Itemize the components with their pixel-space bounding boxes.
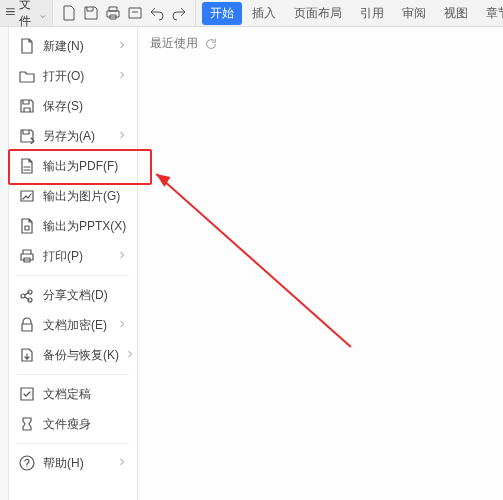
menu-item[interactable]: 保存(S) [9, 91, 137, 121]
svg-marker-1 [156, 174, 170, 187]
export-pdf-icon [19, 158, 35, 174]
finalize-icon [19, 386, 35, 402]
menu-item-label: 备份与恢复(K) [43, 347, 119, 364]
chevron-right-icon [119, 69, 127, 83]
menu-separator [17, 443, 129, 444]
export-img-icon [19, 188, 35, 204]
menu-item-label: 另存为(A) [43, 128, 111, 145]
ribbon-tab[interactable]: 页面布局 [286, 2, 350, 25]
file-menu-button[interactable]: 文件 [0, 0, 53, 26]
menu-item[interactable]: 输出为图片(G) [9, 181, 137, 211]
menu-item[interactable]: 分享文档(D) [9, 280, 137, 310]
menu-item[interactable]: 帮助(H) [9, 448, 137, 478]
menu-item-label: 打开(O) [43, 68, 111, 85]
chevron-right-icon [119, 456, 127, 470]
ribbon-tab[interactable]: 视图 [436, 2, 476, 25]
menu-item[interactable]: 文档定稿 [9, 379, 137, 409]
menu-item-label: 分享文档(D) [43, 287, 127, 304]
menu-item-label: 文件瘦身 [43, 416, 127, 433]
qa-save-icon[interactable] [83, 5, 99, 21]
menu-separator [17, 275, 129, 276]
share-icon [19, 287, 35, 303]
menu-item-label: 新建(N) [43, 38, 111, 55]
chevron-right-icon [119, 39, 127, 53]
main-toolbar: 文件 开始插入页面布局引用审阅视图章节开发工 [0, 0, 503, 27]
menu-item-label: 打印(P) [43, 248, 111, 265]
qa-preview-icon[interactable] [127, 5, 143, 21]
menu-item[interactable]: 新建(N) [9, 31, 137, 61]
svg-line-0 [156, 174, 351, 347]
menu-item-label: 输出为PDF(F) [43, 158, 127, 175]
backup-icon [19, 347, 35, 363]
menu-item-label: 输出为图片(G) [43, 188, 127, 205]
qa-redo-icon[interactable] [171, 5, 187, 21]
qa-print-icon[interactable] [105, 5, 121, 21]
menu-item-label: 文档加密(E) [43, 317, 111, 334]
ribbon-tab[interactable]: 插入 [244, 2, 284, 25]
ribbon-tab[interactable]: 引用 [352, 2, 392, 25]
annotation-arrow [138, 27, 503, 500]
ribbon-tab[interactable]: 开始 [202, 2, 242, 25]
menu-separator [17, 374, 129, 375]
slim-icon [19, 416, 35, 432]
left-doc-strip [0, 27, 9, 500]
new-doc-icon [19, 38, 35, 54]
caret-down-icon [40, 9, 46, 17]
menu-item-label: 保存(S) [43, 98, 127, 115]
recent-label: 最近使用 [150, 35, 198, 52]
menu-item-label: 输出为PPTX(X) [43, 218, 127, 235]
chevron-right-icon [119, 318, 127, 332]
menu-item-label: 文档定稿 [43, 386, 127, 403]
menu-item[interactable]: 打印(P) [9, 241, 137, 271]
menu-item[interactable]: 备份与恢复(K) [9, 340, 137, 370]
hamburger-icon [6, 8, 15, 18]
ribbon-tab[interactable]: 审阅 [394, 2, 434, 25]
open-icon [19, 68, 35, 84]
chevron-right-icon [119, 129, 127, 143]
menu-item[interactable]: 输出为PPTX(X) [9, 211, 137, 241]
menu-item[interactable]: 打开(O) [9, 61, 137, 91]
export-ppt-icon [19, 218, 35, 234]
menu-item[interactable]: 输出为PDF(F) [9, 151, 137, 181]
ribbon-tabs: 开始插入页面布局引用审阅视图章节开发工 [196, 0, 503, 26]
menu-item[interactable]: 文件瘦身 [9, 409, 137, 439]
content-area: 最近使用 [138, 27, 503, 500]
chevron-right-icon [119, 249, 127, 263]
qa-new-icon[interactable] [61, 5, 77, 21]
file-menu-panel: 新建(N)打开(O)保存(S)另存为(A)输出为PDF(F)输出为图片(G)输出… [9, 27, 138, 500]
encrypt-icon [19, 317, 35, 333]
save-icon [19, 98, 35, 114]
quick-access-toolbar [53, 0, 196, 26]
refresh-icon[interactable] [204, 37, 218, 51]
recent-header: 最近使用 [138, 27, 503, 60]
print-icon [19, 248, 35, 264]
save-as-icon [19, 128, 35, 144]
chevron-right-icon [127, 348, 135, 362]
help-icon [19, 455, 35, 471]
qa-undo-icon[interactable] [149, 5, 165, 21]
ribbon-tab[interactable]: 章节 [478, 2, 503, 25]
menu-item[interactable]: 文档加密(E) [9, 310, 137, 340]
menu-item-label: 帮助(H) [43, 455, 111, 472]
file-menu-label: 文件 [19, 0, 36, 30]
menu-item[interactable]: 另存为(A) [9, 121, 137, 151]
